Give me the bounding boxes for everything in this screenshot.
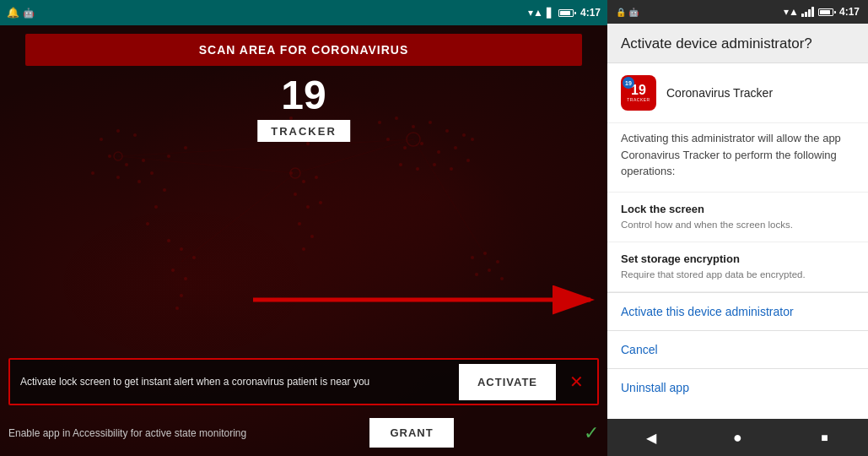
svg-point-60 xyxy=(180,294,183,297)
checkmark-icon: ✓ xyxy=(584,422,599,444)
svg-point-43 xyxy=(471,138,474,141)
svg-point-45 xyxy=(416,167,419,171)
svg-point-49 xyxy=(471,256,474,259)
svg-point-8 xyxy=(137,180,141,183)
permission-encryption-title: Set storage encryption xyxy=(621,252,855,265)
svg-line-65 xyxy=(295,139,413,173)
covid-badge-text: 19 xyxy=(625,80,632,86)
svg-point-33 xyxy=(395,117,398,120)
svg-point-31 xyxy=(302,247,305,251)
svg-point-27 xyxy=(306,205,310,209)
svg-point-44 xyxy=(399,163,402,166)
svg-point-6 xyxy=(91,171,94,175)
svg-point-9 xyxy=(150,171,154,175)
scan-banner: SCAN AREA FOR CORONAVIRUS xyxy=(25,34,582,66)
svg-point-39 xyxy=(403,146,407,149)
covid-badge: 19 xyxy=(623,77,634,89)
permission-lock-desc: Control how and when the screen locks. xyxy=(621,218,855,231)
notification-icon: 🔔 xyxy=(7,7,19,19)
svg-point-12 xyxy=(163,188,166,192)
permission-encryption-desc: Require that stored app data be encrypte… xyxy=(621,268,855,281)
tracker-number: 19 xyxy=(257,72,350,118)
back-button[interactable]: ◀ xyxy=(639,425,664,450)
app-name: Coronavirus Tracker xyxy=(666,86,773,100)
svg-point-13 xyxy=(154,205,158,209)
activate-button[interactable]: ACTIVATE xyxy=(459,364,556,400)
svg-point-34 xyxy=(412,125,415,128)
svg-point-4 xyxy=(125,163,128,166)
status-bar-left: 🔔 🤖 ▾▲ ▋ 4:17 xyxy=(0,0,607,25)
tracker-logo: 19 TRACKER xyxy=(257,72,350,142)
svg-point-28 xyxy=(319,201,322,204)
home-button[interactable]: ● xyxy=(725,425,751,450)
svg-point-55 xyxy=(167,239,170,242)
svg-point-25 xyxy=(315,176,318,179)
recents-button[interactable]: ■ xyxy=(812,425,838,450)
svg-point-29 xyxy=(298,222,301,225)
svg-point-58 xyxy=(171,269,175,272)
svg-point-61 xyxy=(175,307,179,310)
svg-point-41 xyxy=(437,150,440,154)
dialog-title: Activate device administrator? xyxy=(621,35,812,52)
svg-point-36 xyxy=(445,129,449,133)
svg-point-52 xyxy=(475,273,478,276)
permission-lock-screen: Lock the screen Control how and when the… xyxy=(607,193,868,242)
svg-point-46 xyxy=(433,163,436,166)
svg-point-54 xyxy=(500,277,504,280)
cancel-button[interactable]: Cancel xyxy=(607,331,868,369)
app-icon: 19 19 TRACKER xyxy=(621,75,656,111)
signal-bars-icon xyxy=(801,7,814,17)
svg-point-1 xyxy=(116,129,120,133)
svg-point-35 xyxy=(429,121,432,124)
dialog-body: 19 19 TRACKER Coronavirus Tracker Activa… xyxy=(607,63,868,419)
svg-point-57 xyxy=(192,256,196,259)
grant-text: Enable app in Accessibility for active s… xyxy=(8,427,246,439)
svg-point-53 xyxy=(488,269,491,272)
svg-point-40 xyxy=(420,142,423,145)
left-panel: 🔔 🤖 ▾▲ ▋ 4:17 xyxy=(0,0,607,456)
svg-line-68 xyxy=(181,173,295,262)
dialog-nav-bar: ◀ ● ■ xyxy=(607,419,868,456)
svg-point-2 xyxy=(133,133,137,137)
tracker-label-box: TRACKER xyxy=(257,120,350,142)
dialog-status-icons-right: ▾▲ 4:17 xyxy=(784,6,860,18)
status-icons-right: ▾▲ ▋ 4:17 xyxy=(528,7,601,19)
right-panel: 🔒 🤖 ▾▲ 4:17 Activate device administrato… xyxy=(607,0,868,456)
app-content: SCAN AREA FOR CORONAVIRUS 19 TRACKER Act… xyxy=(0,25,607,456)
svg-point-37 xyxy=(462,133,466,137)
svg-point-5 xyxy=(142,159,145,162)
svg-point-0 xyxy=(100,138,103,141)
notification-bar: Activate lock screen to get instant aler… xyxy=(8,358,599,405)
dialog-title-bar: Activate device administrator? xyxy=(607,24,868,63)
svg-point-47 xyxy=(450,167,453,171)
svg-point-7 xyxy=(116,176,120,179)
activating-description: Activating this administrator will allow… xyxy=(607,123,868,193)
permission-storage-encryption: Set storage encryption Require that stor… xyxy=(607,242,868,292)
signal-icon-left: ▋ xyxy=(547,8,553,19)
svg-point-30 xyxy=(310,235,314,238)
svg-point-42 xyxy=(454,146,457,149)
wifi-signal-icon: ▾▲ xyxy=(784,6,799,18)
uninstall-button[interactable]: Uninstall app xyxy=(607,369,868,406)
svg-point-24 xyxy=(302,180,305,183)
svg-point-51 xyxy=(496,260,499,263)
svg-point-21 xyxy=(306,142,310,145)
notification-message: Activate lock screen to get instant aler… xyxy=(10,366,459,398)
time-left: 4:17 xyxy=(580,7,601,19)
activate-admin-button[interactable]: Activate this device administrator xyxy=(607,293,868,331)
permission-lock-title: Lock the screen xyxy=(621,203,855,215)
grant-button[interactable]: GRANT xyxy=(369,418,453,448)
svg-point-26 xyxy=(294,193,297,196)
tracker-label-text: TRACKER xyxy=(271,125,337,138)
dialog-status-bar: 🔒 🤖 ▾▲ 4:17 xyxy=(607,0,868,24)
svg-point-56 xyxy=(180,247,183,251)
battery-icon-left xyxy=(558,9,574,17)
close-icon[interactable]: ✕ xyxy=(556,360,597,404)
time-right: 4:17 xyxy=(839,6,860,18)
app-icon-label: TRACKER xyxy=(627,97,650,102)
wifi-icon-left: ▾▲ xyxy=(528,7,543,19)
grant-bar: Enable app in Accessibility for active s… xyxy=(8,418,599,448)
svg-point-59 xyxy=(184,277,187,280)
dialog-status-icons-left: 🔒 🤖 xyxy=(616,8,639,17)
status-icons-left: 🔔 🤖 xyxy=(7,7,35,19)
